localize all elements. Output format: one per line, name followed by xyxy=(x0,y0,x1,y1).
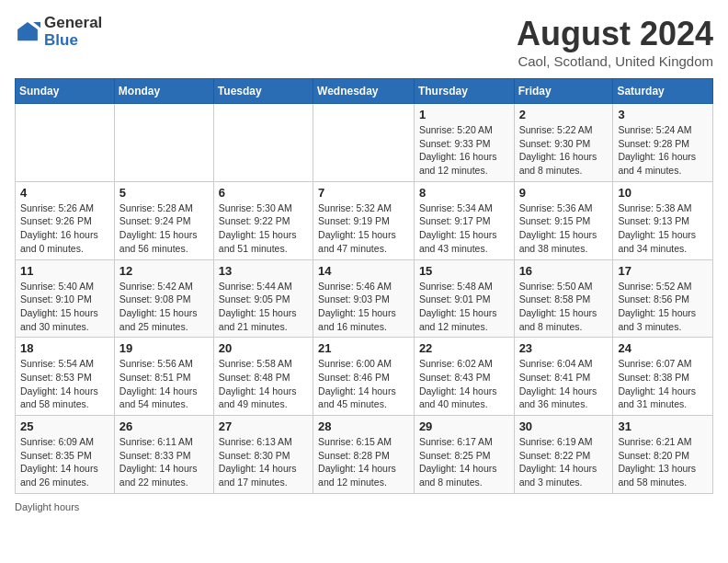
calendar-cell: 21Sunrise: 6:00 AM Sunset: 8:46 PM Dayli… xyxy=(313,338,415,416)
calendar-cell: 11Sunrise: 5:40 AM Sunset: 9:10 PM Dayli… xyxy=(16,259,115,338)
day-number: 6 xyxy=(219,186,308,200)
calendar-cell: 6Sunrise: 5:30 AM Sunset: 9:22 PM Daylig… xyxy=(213,181,313,259)
logo-general-text: General xyxy=(44,15,102,32)
calendar-cell: 30Sunrise: 6:19 AM Sunset: 8:22 PM Dayli… xyxy=(514,416,613,494)
calendar-week-4: 18Sunrise: 5:54 AM Sunset: 8:53 PM Dayli… xyxy=(16,338,713,416)
day-number: 7 xyxy=(318,186,409,200)
day-info: Sunrise: 6:09 AM Sunset: 8:35 PM Dayligh… xyxy=(20,435,109,489)
day-info: Sunrise: 6:07 AM Sunset: 8:38 PM Dayligh… xyxy=(618,357,708,411)
day-number: 28 xyxy=(318,419,409,433)
calendar-cell xyxy=(114,104,213,182)
day-number: 10 xyxy=(618,186,708,200)
calendar-cell: 17Sunrise: 5:52 AM Sunset: 8:56 PM Dayli… xyxy=(613,259,713,338)
calendar-cell: 19Sunrise: 5:56 AM Sunset: 8:51 PM Dayli… xyxy=(114,338,213,416)
day-info: Sunrise: 5:52 AM Sunset: 8:56 PM Dayligh… xyxy=(618,280,708,334)
calendar-header-row: SundayMondayTuesdayWednesdayThursdayFrid… xyxy=(16,79,713,104)
calendar-cell: 26Sunrise: 6:11 AM Sunset: 8:33 PM Dayli… xyxy=(114,416,213,494)
calendar-cell: 13Sunrise: 5:44 AM Sunset: 9:05 PM Dayli… xyxy=(213,259,313,338)
day-number: 11 xyxy=(20,264,109,278)
day-number: 5 xyxy=(119,186,209,200)
day-info: Sunrise: 5:44 AM Sunset: 9:05 PM Dayligh… xyxy=(219,280,308,334)
calendar-cell: 2Sunrise: 5:22 AM Sunset: 9:30 PM Daylig… xyxy=(514,104,613,182)
calendar-cell: 28Sunrise: 6:15 AM Sunset: 8:28 PM Dayli… xyxy=(313,416,415,494)
title-area: August 2024 Caol, Scotland, United Kingd… xyxy=(517,15,713,69)
day-info: Sunrise: 5:58 AM Sunset: 8:48 PM Dayligh… xyxy=(219,357,308,411)
day-number: 26 xyxy=(119,419,209,433)
calendar-cell: 27Sunrise: 6:13 AM Sunset: 8:30 PM Dayli… xyxy=(213,416,313,494)
day-number: 16 xyxy=(519,264,609,278)
calendar-cell: 15Sunrise: 5:48 AM Sunset: 9:01 PM Dayli… xyxy=(414,259,514,338)
day-number: 29 xyxy=(419,419,509,433)
calendar-cell: 16Sunrise: 5:50 AM Sunset: 8:58 PM Dayli… xyxy=(514,259,613,338)
day-number: 12 xyxy=(119,264,209,278)
calendar-week-2: 4Sunrise: 5:26 AM Sunset: 9:26 PM Daylig… xyxy=(16,181,713,259)
day-info: Sunrise: 5:38 AM Sunset: 9:13 PM Dayligh… xyxy=(618,201,708,256)
logo-icon xyxy=(15,19,40,45)
calendar-week-5: 25Sunrise: 6:09 AM Sunset: 8:35 PM Dayli… xyxy=(16,416,713,494)
day-info: Sunrise: 5:26 AM Sunset: 9:26 PM Dayligh… xyxy=(20,201,109,256)
calendar-cell xyxy=(213,104,313,182)
calendar-cell: 23Sunrise: 6:04 AM Sunset: 8:41 PM Dayli… xyxy=(514,338,613,416)
day-info: Sunrise: 6:11 AM Sunset: 8:33 PM Dayligh… xyxy=(119,435,209,489)
calendar-cell: 12Sunrise: 5:42 AM Sunset: 9:08 PM Dayli… xyxy=(114,259,213,338)
day-info: Sunrise: 5:30 AM Sunset: 9:22 PM Dayligh… xyxy=(219,201,308,256)
day-number: 4 xyxy=(20,186,109,200)
calendar-title: August 2024 xyxy=(517,15,713,53)
calendar-cell: 25Sunrise: 6:09 AM Sunset: 8:35 PM Dayli… xyxy=(16,416,115,494)
day-info: Sunrise: 5:54 AM Sunset: 8:53 PM Dayligh… xyxy=(20,357,109,411)
day-number: 13 xyxy=(219,264,308,278)
calendar-cell xyxy=(313,104,415,182)
day-number: 22 xyxy=(419,341,509,355)
logo-blue-text: Blue xyxy=(44,32,102,50)
logo: General Blue xyxy=(15,15,102,49)
day-number: 24 xyxy=(618,341,708,355)
logo-text: General Blue xyxy=(44,15,102,49)
calendar-cell xyxy=(16,104,115,182)
calendar-cell: 20Sunrise: 5:58 AM Sunset: 8:48 PM Dayli… xyxy=(213,338,313,416)
day-number: 27 xyxy=(219,419,308,433)
day-number: 2 xyxy=(519,108,609,121)
calendar-cell: 22Sunrise: 6:02 AM Sunset: 8:43 PM Dayli… xyxy=(414,338,514,416)
day-number: 21 xyxy=(318,341,409,355)
day-number: 19 xyxy=(119,341,209,355)
footer-note: Daylight hours xyxy=(15,501,713,512)
day-info: Sunrise: 6:17 AM Sunset: 8:25 PM Dayligh… xyxy=(419,435,509,489)
day-number: 3 xyxy=(618,108,708,121)
day-number: 30 xyxy=(519,419,609,433)
day-header-sunday: Sunday xyxy=(16,79,115,104)
day-info: Sunrise: 5:46 AM Sunset: 9:03 PM Dayligh… xyxy=(318,280,409,334)
calendar-cell: 31Sunrise: 6:21 AM Sunset: 8:20 PM Dayli… xyxy=(613,416,713,494)
day-info: Sunrise: 5:56 AM Sunset: 8:51 PM Dayligh… xyxy=(119,357,209,411)
day-number: 23 xyxy=(519,341,609,355)
calendar-cell: 1Sunrise: 5:20 AM Sunset: 9:33 PM Daylig… xyxy=(414,104,514,182)
calendar-cell: 29Sunrise: 6:17 AM Sunset: 8:25 PM Dayli… xyxy=(414,416,514,494)
calendar-cell: 10Sunrise: 5:38 AM Sunset: 9:13 PM Dayli… xyxy=(613,181,713,259)
day-info: Sunrise: 6:21 AM Sunset: 8:20 PM Dayligh… xyxy=(618,435,708,489)
calendar-table: SundayMondayTuesdayWednesdayThursdayFrid… xyxy=(15,78,713,494)
day-header-friday: Friday xyxy=(514,79,613,104)
day-info: Sunrise: 5:34 AM Sunset: 9:17 PM Dayligh… xyxy=(419,201,509,256)
day-number: 8 xyxy=(419,186,509,200)
calendar-cell: 14Sunrise: 5:46 AM Sunset: 9:03 PM Dayli… xyxy=(313,259,415,338)
calendar-week-1: 1Sunrise: 5:20 AM Sunset: 9:33 PM Daylig… xyxy=(16,104,713,182)
calendar-week-3: 11Sunrise: 5:40 AM Sunset: 9:10 PM Dayli… xyxy=(16,259,713,338)
day-number: 15 xyxy=(419,264,509,278)
day-info: Sunrise: 5:20 AM Sunset: 9:33 PM Dayligh… xyxy=(419,123,509,178)
calendar-cell: 8Sunrise: 5:34 AM Sunset: 9:17 PM Daylig… xyxy=(414,181,514,259)
svg-marker-0 xyxy=(17,22,38,40)
calendar-cell: 24Sunrise: 6:07 AM Sunset: 8:38 PM Dayli… xyxy=(613,338,713,416)
day-number: 25 xyxy=(20,419,109,433)
day-info: Sunrise: 5:50 AM Sunset: 8:58 PM Dayligh… xyxy=(519,280,609,334)
day-number: 17 xyxy=(618,264,708,278)
day-info: Sunrise: 6:19 AM Sunset: 8:22 PM Dayligh… xyxy=(519,435,609,489)
calendar-cell: 7Sunrise: 5:32 AM Sunset: 9:19 PM Daylig… xyxy=(313,181,415,259)
calendar-cell: 9Sunrise: 5:36 AM Sunset: 9:15 PM Daylig… xyxy=(514,181,613,259)
day-info: Sunrise: 5:22 AM Sunset: 9:30 PM Dayligh… xyxy=(519,123,609,178)
day-number: 9 xyxy=(519,186,609,200)
calendar-cell: 18Sunrise: 5:54 AM Sunset: 8:53 PM Dayli… xyxy=(16,338,115,416)
day-number: 20 xyxy=(219,341,308,355)
day-number: 31 xyxy=(618,419,708,433)
day-info: Sunrise: 5:32 AM Sunset: 9:19 PM Dayligh… xyxy=(318,201,409,256)
day-info: Sunrise: 5:24 AM Sunset: 9:28 PM Dayligh… xyxy=(618,123,708,178)
day-header-tuesday: Tuesday xyxy=(213,79,313,104)
